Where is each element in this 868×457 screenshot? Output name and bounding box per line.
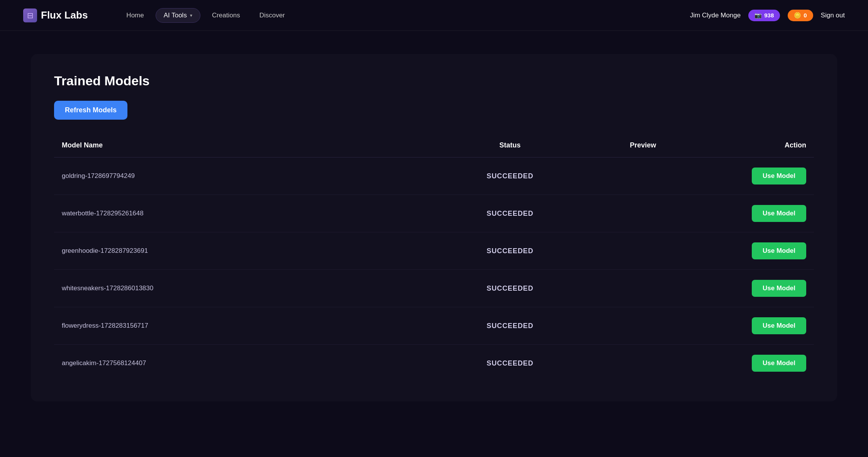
preview-cell: [586, 195, 700, 232]
logo-area: ⊟ Flux Labs: [23, 8, 88, 22]
table-row: flowerydress-1728283156717SUCCEEDEDUse M…: [54, 307, 814, 345]
logo-icon: ⊟: [23, 8, 37, 22]
nav-creations[interactable]: Creations: [204, 8, 248, 22]
model-name-cell: goldring-1728697794249: [54, 157, 434, 195]
table-row: waterbottle-1728295261648SUCCEEDEDUse Mo…: [54, 195, 814, 232]
col-header-preview: Preview: [586, 135, 700, 157]
model-name-cell: angelicakim-1727568124407: [54, 345, 434, 382]
models-table: Model Name Status Preview Action goldrin…: [54, 135, 814, 382]
model-name-cell: whitesneakers-1728286013830: [54, 270, 434, 307]
page-title: Trained Models: [54, 73, 814, 88]
header-right: Jim Clyde Monge 📷 938 🪙 0 Sign out: [690, 10, 845, 21]
content-card: Trained Models Refresh Models Model Name…: [31, 54, 837, 401]
action-cell: Use Model: [700, 345, 814, 382]
preview-cell: [586, 345, 700, 382]
preview-cell: [586, 157, 700, 195]
credits-orange-badge: 🪙 0: [788, 10, 813, 21]
action-cell: Use Model: [700, 195, 814, 232]
col-header-model-name: Model Name: [54, 135, 434, 157]
model-name-cell: waterbottle-1728295261648: [54, 195, 434, 232]
status-cell: SUCCEEDED: [434, 157, 586, 195]
coin-icon: 🪙: [794, 12, 801, 19]
sign-out-button[interactable]: Sign out: [821, 12, 845, 19]
status-cell: SUCCEEDED: [434, 307, 586, 345]
use-model-button[interactable]: Use Model: [752, 317, 806, 334]
preview-cell: [586, 307, 700, 345]
action-cell: Use Model: [700, 232, 814, 270]
credits-purple-badge: 📷 938: [748, 10, 780, 21]
table-row: greenhoodie-1728287923691SUCCEEDEDUse Mo…: [54, 232, 814, 270]
status-cell: SUCCEEDED: [434, 270, 586, 307]
nav-home[interactable]: Home: [119, 8, 151, 22]
nav-discover[interactable]: Discover: [252, 8, 293, 22]
preview-cell: [586, 270, 700, 307]
status-cell: SUCCEEDED: [434, 232, 586, 270]
use-model-button[interactable]: Use Model: [752, 205, 806, 222]
table-row: whitesneakers-1728286013830SUCCEEDEDUse …: [54, 270, 814, 307]
action-cell: Use Model: [700, 157, 814, 195]
action-cell: Use Model: [700, 270, 814, 307]
model-name-cell: greenhoodie-1728287923691: [54, 232, 434, 270]
use-model-button[interactable]: Use Model: [752, 168, 806, 184]
use-model-button[interactable]: Use Model: [752, 355, 806, 372]
preview-cell: [586, 232, 700, 270]
logo-text: Flux Labs: [41, 9, 88, 21]
camera-icon: 📷: [754, 12, 762, 19]
table-row: goldring-1728697794249SUCCEEDEDUse Model: [54, 157, 814, 195]
nav-ai-tools[interactable]: AI Tools ▾: [156, 8, 200, 23]
username: Jim Clyde Monge: [690, 12, 741, 19]
col-header-action: Action: [700, 135, 814, 157]
use-model-button[interactable]: Use Model: [752, 280, 806, 297]
col-header-status: Status: [434, 135, 586, 157]
status-cell: SUCCEEDED: [434, 345, 586, 382]
status-cell: SUCCEEDED: [434, 195, 586, 232]
table-header-row: Model Name Status Preview Action: [54, 135, 814, 157]
use-model-button[interactable]: Use Model: [752, 242, 806, 259]
model-name-cell: flowerydress-1728283156717: [54, 307, 434, 345]
main-nav: Home AI Tools ▾ Creations Discover: [119, 8, 690, 23]
table-row: angelicakim-1727568124407SUCCEEDEDUse Mo…: [54, 345, 814, 382]
action-cell: Use Model: [700, 307, 814, 345]
refresh-models-button[interactable]: Refresh Models: [54, 101, 127, 120]
chevron-down-icon: ▾: [190, 13, 192, 18]
